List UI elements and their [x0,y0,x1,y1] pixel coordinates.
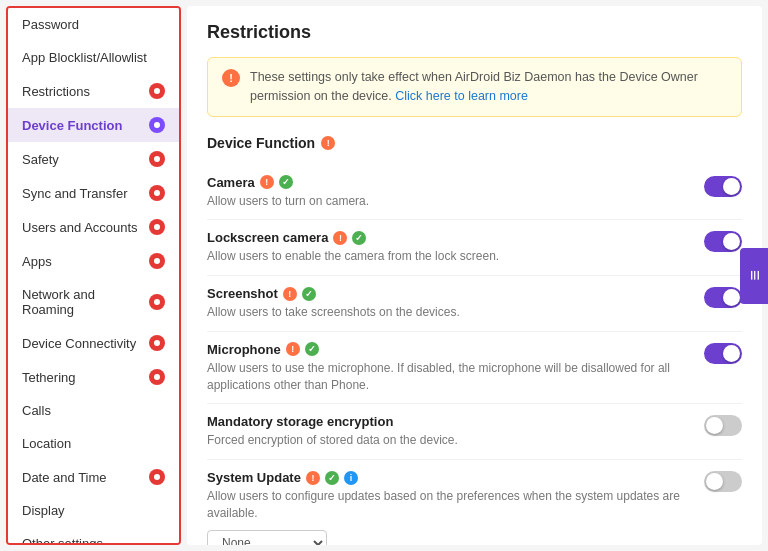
sidebar-item-label: Safety [22,152,59,167]
sidebar-item-users-accounts[interactable]: Users and Accounts [8,210,179,244]
warning-icon: ! [222,69,240,87]
sidebar-item-label: Sync and Transfer [22,186,128,201]
setting-info: Screenshot!✓Allow users to take screensh… [207,286,704,321]
sidebar-badge [149,369,165,385]
toggle-track [704,343,742,364]
setting-desc: Allow users to turn on camera. [207,193,684,210]
toggle-track [704,287,742,308]
sidebar-badge [149,219,165,235]
setting-desc: Allow users to take screenshots on the d… [207,304,684,321]
setting-row-system-update: System Update!✓iAllow users to configure… [207,460,742,545]
sidebar-item-label: Display [22,503,65,518]
dropdown-wrap: NoneAutomaticWindowedPostpone [207,530,684,545]
sidebar-item-safety[interactable]: Safety [8,142,179,176]
toggle-track [704,176,742,197]
sidebar-badge [149,294,165,310]
sidebar-item-label: Other settings [22,536,103,545]
banner-link[interactable]: Click here to learn more [395,89,528,103]
sidebar-badge [149,151,165,167]
toggle-system-update[interactable] [704,471,742,492]
info-banner: ! These settings only take effect when A… [207,57,742,117]
sidebar-badge [149,469,165,485]
setting-info: Mandatory storage encryptionForced encry… [207,414,704,449]
sidebar-item-network-roaming[interactable]: Network and Roaming [8,278,179,326]
setting-label: Microphone!✓ [207,342,684,357]
sidebar-item-apps[interactable]: Apps [8,244,179,278]
sidebar-item-label: App Blocklist/Allowlist [22,50,147,65]
toggle-track [704,231,742,252]
setting-row-camera: Camera!✓Allow users to turn on camera. [207,165,742,221]
sidebar-badge [149,253,165,269]
main-content: Restrictions ! These settings only take … [187,6,762,545]
sidebar: PasswordApp Blocklist/AllowlistRestricti… [6,6,181,545]
section-orange-icon: ! [321,136,335,150]
sidebar-item-label: Device Function [22,118,122,133]
green-icon: ✓ [325,471,339,485]
fab-button[interactable]: ≡ [740,248,768,304]
setting-desc: Allow users to enable the camera from th… [207,248,684,265]
sidebar-item-label: Date and Time [22,470,107,485]
sidebar-item-tethering[interactable]: Tethering [8,360,179,394]
sidebar-item-sync-transfer[interactable]: Sync and Transfer [8,176,179,210]
orange-icon: ! [283,287,297,301]
system-update-dropdown[interactable]: NoneAutomaticWindowedPostpone [207,530,327,545]
setting-row-microphone: Microphone!✓Allow users to use the micro… [207,332,742,405]
sidebar-item-date-time[interactable]: Date and Time [8,460,179,494]
sidebar-item-app-blocklist[interactable]: App Blocklist/Allowlist [8,41,179,74]
sidebar-item-device-connectivity[interactable]: Device Connectivity [8,326,179,360]
blue-icon: i [344,471,358,485]
toggle-thumb [723,289,740,306]
green-icon: ✓ [302,287,316,301]
sidebar-item-label: Tethering [22,370,75,385]
orange-icon: ! [306,471,320,485]
sidebar-item-label: Network and Roaming [22,287,149,317]
green-icon: ✓ [352,231,366,245]
sidebar-badge [149,117,165,133]
setting-desc: Allow users to use the microphone. If di… [207,360,684,394]
orange-icon: ! [260,175,274,189]
toggle-track [704,471,742,492]
sidebar-item-password[interactable]: Password [8,8,179,41]
setting-label: Lockscreen camera!✓ [207,230,684,245]
settings-list: Camera!✓Allow users to turn on camera.Lo… [207,165,742,546]
setting-row-lockscreen-camera: Lockscreen camera!✓Allow users to enable… [207,220,742,276]
toggle-thumb [723,345,740,362]
sidebar-item-label: Password [22,17,79,32]
setting-info: System Update!✓iAllow users to configure… [207,470,704,545]
sidebar-item-restrictions[interactable]: Restrictions [8,74,179,108]
setting-row-screenshot: Screenshot!✓Allow users to take screensh… [207,276,742,332]
toggle-thumb [723,178,740,195]
setting-info: Microphone!✓Allow users to use the micro… [207,342,704,394]
sidebar-item-display[interactable]: Display [8,494,179,527]
toggle-camera[interactable] [704,176,742,197]
sidebar-item-other-settings[interactable]: Other settings [8,527,179,545]
setting-label: Mandatory storage encryption [207,414,684,429]
green-icon: ✓ [305,342,319,356]
toggle-mandatory-storage[interactable] [704,415,742,436]
sidebar-item-location[interactable]: Location [8,427,179,460]
orange-icon: ! [333,231,347,245]
sidebar-item-label: Apps [22,254,52,269]
setting-label: System Update!✓i [207,470,684,485]
banner-text: These settings only take effect when Air… [250,68,727,106]
sidebar-badge [149,83,165,99]
setting-info: Lockscreen camera!✓Allow users to enable… [207,230,704,265]
toggle-microphone[interactable] [704,343,742,364]
toggle-screenshot[interactable] [704,287,742,308]
setting-desc: Forced encryption of stored data on the … [207,432,684,449]
setting-label: Screenshot!✓ [207,286,684,301]
orange-icon: ! [286,342,300,356]
toggle-thumb [706,473,723,490]
toggle-lockscreen-camera[interactable] [704,231,742,252]
sidebar-item-device-function[interactable]: Device Function [8,108,179,142]
section-title: Device Function ! [207,135,742,151]
sidebar-item-label: Users and Accounts [22,220,138,235]
setting-row-mandatory-storage: Mandatory storage encryptionForced encry… [207,404,742,460]
sidebar-item-label: Device Connectivity [22,336,136,351]
sidebar-item-label: Location [22,436,71,451]
sidebar-item-calls[interactable]: Calls [8,394,179,427]
setting-desc: Allow users to configure updates based o… [207,488,684,522]
toggle-thumb [723,233,740,250]
sidebar-badge [149,335,165,351]
sidebar-badge [149,185,165,201]
